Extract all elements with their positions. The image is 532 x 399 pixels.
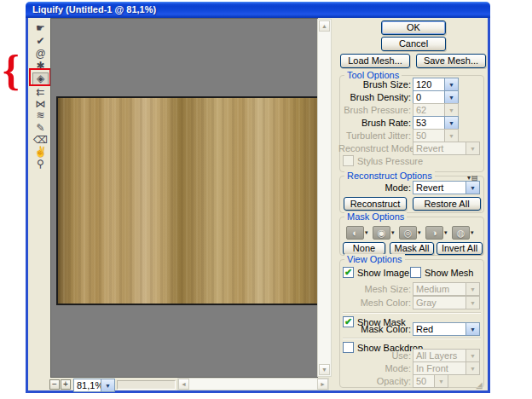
chevron-down-icon: ▼ — [466, 297, 479, 309]
mask-color-select[interactable]: Red ▼ — [413, 322, 480, 336]
mask-intersect-with-selection-icon: ◑ — [425, 226, 443, 240]
backdrop-mode-select: In Front ▼ — [413, 361, 480, 375]
show-image-checkbox[interactable]: ✔ — [343, 267, 354, 278]
ok-button[interactable]: OK — [381, 20, 446, 35]
reconstruct-tool[interactable]: ✔ — [32, 35, 49, 48]
chevron-down-icon[interactable]: ▾ — [365, 229, 368, 236]
chevron-down-icon[interactable]: ▾ — [471, 229, 474, 236]
chevron-down-icon[interactable]: ▾ — [418, 229, 421, 236]
chevron-down-icon[interactable]: ▼ — [444, 91, 458, 103]
show-mesh-checkbox[interactable] — [410, 267, 421, 278]
preview-image[interactable] — [56, 96, 317, 305]
mask-color-label: Mask Color: — [338, 322, 411, 336]
turbulence-icon: ≋ — [36, 109, 44, 121]
cancel-button[interactable]: Cancel — [381, 37, 446, 51]
freeze-mask-tool[interactable]: ✎ — [32, 122, 49, 135]
hand-icon: ✌ — [34, 146, 47, 158]
zoom-out-button[interactable]: − — [49, 379, 60, 390]
thaw-mask-tool[interactable]: ⌫ — [32, 134, 49, 147]
chevron-down-icon: ▼ — [434, 375, 448, 387]
status-strip — [117, 380, 176, 390]
chevron-down-icon: ▼ — [466, 362, 479, 374]
zoom-level-value: 81,1% — [74, 379, 101, 391]
turbulent-jitter-select: 50 ▼ — [413, 129, 459, 142]
forward-warp-tool[interactable]: ☛ — [32, 22, 49, 35]
mode-select[interactable]: Revert ▼ — [413, 181, 480, 194]
scroll-left-icon[interactable]: ◄ — [178, 379, 189, 390]
opacity-label: Opacity: — [338, 374, 411, 388]
section-divider — [343, 312, 481, 314]
save-mesh-button[interactable]: Save Mesh... — [416, 54, 486, 68]
zoom-in-button[interactable]: + — [61, 379, 71, 390]
reconstruct-mode-label: Reconstruct Mode: — [338, 142, 411, 155]
zoom-tool[interactable]: ⚲ — [32, 158, 49, 171]
invert-all-button[interactable]: Invert All — [437, 242, 483, 255]
mode-label: Mode: — [338, 181, 411, 194]
opacity-select: 50 ▼ — [413, 374, 448, 388]
brush-rate-select[interactable]: 53 ▼ — [413, 116, 459, 130]
thaw-mask-icon: ⌫ — [33, 134, 48, 146]
brush-pressure-label: Brush Pressure: — [338, 103, 411, 117]
restore-all-button[interactable]: Restore All — [413, 197, 481, 211]
mask-subtract-from-selection-button[interactable]: ◎ ▾ — [399, 225, 421, 240]
mask-add-to-selection-button[interactable]: ◉ ▾ — [373, 225, 395, 240]
mask-intersect-with-selection-button[interactable]: ◑ ▾ — [425, 225, 448, 240]
scroll-up-icon[interactable]: ▲ — [319, 20, 330, 32]
zoom-level-select[interactable]: 81,1% ▼ — [73, 379, 115, 392]
red-highlight-box — [29, 68, 51, 86]
brush-size-select[interactable]: 120 ▼ — [413, 78, 459, 91]
reconstruct-button[interactable]: Reconstruct — [344, 197, 407, 211]
brush-rate-label: Brush Rate: — [338, 116, 411, 130]
backdrop-mode-label: Mode: — [338, 361, 411, 375]
push-left-icon: ⇇ — [36, 86, 44, 98]
mask-invert-selection-button[interactable]: ◍ ▾ — [452, 225, 474, 240]
mask-replace-selection-button[interactable]: ◐ ▾ — [346, 225, 368, 240]
chevron-down-icon: ▼ — [466, 283, 479, 295]
turbulent-jitter-label: Turbulent Jitter: — [338, 129, 411, 142]
chevron-down-icon: ▼ — [444, 130, 458, 142]
mask-invert-selection-icon: ◍ — [452, 226, 470, 240]
mesh-size-label: Mesh Size: — [338, 282, 411, 296]
scroll-right-icon[interactable]: ► — [317, 379, 328, 390]
zoom-icon: ⚲ — [37, 158, 44, 170]
liquify-dialog: Liquify (Untitled-1 @ 81,1%) ☛ ✔ @ ✱ ◈ ⇇… — [0, 0, 532, 399]
use-select: All Layers ▼ — [413, 349, 480, 362]
mask-all-button[interactable]: Mask All — [390, 242, 434, 255]
vertical-scrollbar[interactable]: ▲ ▼ — [317, 19, 332, 377]
red-brace-annotation: { — [3, 48, 20, 92]
turbulence-tool[interactable]: ≋ — [32, 109, 49, 122]
chevron-down-icon: ▼ — [466, 350, 479, 361]
reconstruct-icon: ✔ — [36, 35, 44, 47]
twirl-clockwise-icon: @ — [35, 48, 45, 60]
scroll-down-icon[interactable]: ▼ — [319, 364, 330, 375]
chevron-down-icon[interactable]: ▼ — [466, 323, 479, 335]
chevron-down-icon[interactable]: ▼ — [101, 379, 114, 391]
brush-density-label: Brush Density: — [338, 90, 411, 104]
chevron-down-icon[interactable]: ▼ — [444, 78, 458, 90]
freeze-mask-icon: ✎ — [36, 122, 44, 134]
none-button[interactable]: None — [343, 242, 385, 255]
reconstruct-mode-select: Revert ▼ — [413, 142, 480, 155]
title-bar[interactable]: Liquify (Untitled-1 @ 81,1%) — [26, 2, 490, 18]
mask-subtract-from-selection-icon: ◎ — [399, 226, 417, 240]
chevron-down-icon[interactable]: ▾ — [444, 229, 448, 236]
chevron-down-icon[interactable]: ▼ — [444, 117, 458, 129]
stylus-pressure-label: Stylus Pressure — [357, 155, 423, 167]
chevron-down-icon[interactable]: ▼ — [466, 182, 479, 194]
view-options-title: View Options — [344, 254, 405, 265]
chevron-down-icon: ▼ — [466, 142, 479, 154]
horizontal-scrollbar[interactable]: ◄ ► — [177, 378, 329, 390]
show-image-label: Show Image — [357, 267, 409, 279]
mirror-icon: ⋈ — [36, 98, 46, 110]
brush-density-select[interactable]: 0 ▼ — [413, 90, 459, 104]
chevron-down-icon[interactable]: ▾ — [391, 229, 395, 236]
hand-tool[interactable]: ✌ — [32, 146, 49, 159]
mesh-color-select: Gray ▼ — [413, 296, 480, 309]
stylus-pressure-checkbox — [343, 155, 354, 166]
twirl-clockwise-tool[interactable]: @ — [32, 48, 49, 61]
load-mesh-button[interactable]: Load Mesh... — [340, 54, 410, 68]
mask-add-to-selection-icon: ◉ — [373, 226, 390, 240]
chevron-down-icon: ▼ — [444, 104, 458, 116]
section-divider — [343, 338, 481, 339]
push-left-tool[interactable]: ⇇ — [32, 86, 49, 99]
